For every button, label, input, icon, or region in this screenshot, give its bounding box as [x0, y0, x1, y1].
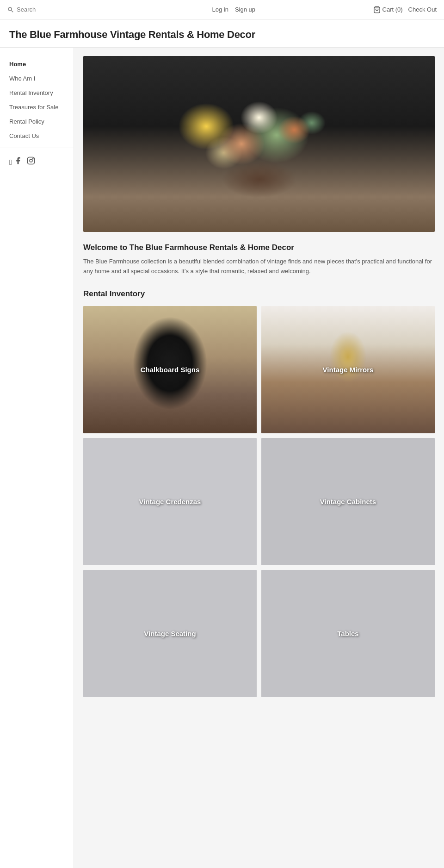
sidebar-item-contact-us[interactable]: Contact Us: [0, 129, 74, 143]
sidebar-link-home[interactable]: Home: [0, 57, 74, 71]
facebook-link[interactable]: : [9, 156, 22, 167]
svg-point-0: [8, 7, 12, 11]
content-area: Welcome to The Blue Farmhouse Rentals & …: [74, 48, 444, 868]
facebook-icon: : [9, 158, 12, 166]
inventory-heading: Rental Inventory: [83, 289, 435, 299]
cart-icon: [373, 6, 381, 13]
sidebar-link-contact-us[interactable]: Contact Us: [0, 129, 74, 143]
inventory-section: Rental Inventory Chalkboard Signs Vintag…: [83, 289, 435, 697]
seating-label: Vintage Seating: [138, 627, 201, 640]
mirrors-label: Vintage Mirrors: [317, 363, 379, 376]
sidebar-link-who-am-i[interactable]: Who Am I: [0, 71, 74, 86]
sidebar: Home Who Am I Rental Inventory Treasures…: [0, 48, 74, 868]
sidebar-item-rental-inventory[interactable]: Rental Inventory: [0, 86, 74, 100]
welcome-heading: Welcome to The Blue Farmhouse Rentals & …: [83, 243, 435, 252]
hero-flower-bg: [83, 56, 435, 232]
sidebar-divider: [0, 148, 74, 148]
sidebar-link-rental-inventory[interactable]: Rental Inventory: [0, 86, 74, 100]
search-input[interactable]: [17, 6, 94, 13]
sidebar-item-treasures-for-sale[interactable]: Treasures for Sale: [0, 100, 74, 114]
auth-links: Log in Sign up: [212, 6, 256, 13]
search-area: [7, 6, 94, 13]
checkout-link[interactable]: Check Out: [408, 6, 437, 13]
cart-label: Cart (0): [382, 6, 403, 13]
inventory-item-mirrors[interactable]: Vintage Mirrors: [261, 306, 435, 433]
svg-line-1: [12, 10, 13, 12]
page-title: The Blue Farmhouse Vintage Rentals & Hom…: [9, 29, 435, 41]
top-navigation: Log in Sign up Cart (0) Check Out: [0, 0, 444, 19]
inventory-item-seating[interactable]: Vintage Seating: [83, 570, 257, 697]
instagram-link[interactable]: [27, 156, 35, 167]
instagram-icon-svg: [27, 156, 35, 165]
search-icon: [7, 6, 14, 13]
inventory-item-tables[interactable]: Tables: [261, 570, 435, 697]
signup-link[interactable]: Sign up: [235, 6, 255, 13]
inventory-item-credenzas[interactable]: Vintage Credenzas: [83, 438, 257, 565]
inventory-item-cabinets[interactable]: Vintage Cabinets: [261, 438, 435, 565]
sidebar-item-who-am-i[interactable]: Who Am I: [0, 71, 74, 86]
sidebar-nav: Home Who Am I Rental Inventory Treasures…: [0, 57, 74, 143]
login-link[interactable]: Log in: [212, 6, 228, 13]
cart-link[interactable]: Cart (0): [373, 6, 403, 13]
svg-point-4: [30, 159, 32, 162]
svg-point-5: [33, 158, 34, 159]
hero-image: [83, 56, 435, 232]
sidebar-link-rental-policy[interactable]: Rental Policy: [0, 114, 74, 129]
inventory-item-chalkboard[interactable]: Chalkboard Signs: [83, 306, 257, 433]
sidebar-item-rental-policy[interactable]: Rental Policy: [0, 114, 74, 129]
tables-label: Tables: [332, 627, 364, 640]
welcome-body: The Blue Farmhouse collection is a beaut…: [83, 257, 435, 276]
chalkboard-label: Chalkboard Signs: [135, 363, 205, 376]
cart-area: Cart (0) Check Out: [373, 6, 437, 13]
sidebar-social: : [0, 153, 74, 170]
sidebar-link-treasures-for-sale[interactable]: Treasures for Sale: [0, 100, 74, 114]
svg-rect-3: [28, 157, 35, 164]
sidebar-item-home[interactable]: Home: [0, 57, 74, 71]
credenzas-label: Vintage Credenzas: [134, 495, 207, 508]
page-title-bar: The Blue Farmhouse Vintage Rentals & Hom…: [0, 19, 444, 48]
welcome-section: Welcome to The Blue Farmhouse Rentals & …: [83, 243, 435, 276]
main-layout: Home Who Am I Rental Inventory Treasures…: [0, 48, 444, 868]
inventory-grid: Chalkboard Signs Vintage Mirrors Vintage…: [83, 306, 435, 697]
facebook-icon-svg: [14, 156, 22, 165]
cabinets-label: Vintage Cabinets: [314, 495, 382, 508]
